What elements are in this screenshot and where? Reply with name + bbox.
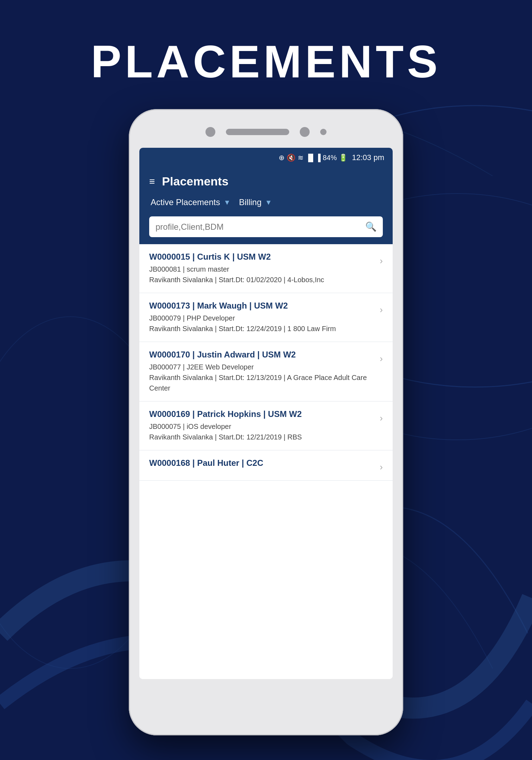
search-input[interactable] xyxy=(156,222,362,232)
placement-item-2[interactable]: W0000173 | Mark Waugh | USM W2 JB000079 … xyxy=(139,293,393,342)
app-header: ≡ Placements Active Placements ▼ Billing… xyxy=(139,167,393,244)
silent-icon: 🔇 xyxy=(287,153,296,162)
placement-item-2-title: W0000173 | Mark Waugh | USM W2 xyxy=(149,301,380,311)
phone-bottom-bar xyxy=(129,707,403,735)
status-time: 12:03 pm xyxy=(352,153,384,162)
placement-item-3-content: W0000170 | Justin Adward | USM W2 JB0000… xyxy=(149,350,380,393)
status-icons: ⊕ 🔇 ≋ ▐▌▐ 84% 🔋 xyxy=(279,153,348,162)
placement-item-2-content: W0000173 | Mark Waugh | USM W2 JB000079 … xyxy=(149,301,380,334)
header-title-row: ≡ Placements xyxy=(149,175,383,188)
placement-item-1[interactable]: W0000015 | Curtis K | USM W2 JB000081 | … xyxy=(139,244,393,293)
status-bar: ⊕ 🔇 ≋ ▐▌▐ 84% 🔋 12:03 pm xyxy=(139,148,393,167)
placement-item-4-chevron-icon: › xyxy=(380,413,383,424)
placement-item-2-sub1: JB000079 | PHP Developer xyxy=(149,313,380,323)
placement-item-5-chevron-icon: › xyxy=(380,462,383,473)
page-title: PLACEMENTS xyxy=(0,35,532,88)
placement-item-3[interactable]: W0000170 | Justin Adward | USM W2 JB0000… xyxy=(139,342,393,401)
placement-item-5-content: W0000168 | Paul Huter | C2C xyxy=(149,458,380,470)
app-title: Placements xyxy=(162,175,228,188)
search-bar[interactable]: 🔍 xyxy=(149,216,383,237)
placement-list: W0000015 | Curtis K | USM W2 JB000081 | … xyxy=(139,244,393,679)
placement-item-1-sub2: Ravikanth Sivalanka | Start.Dt: 01/02/20… xyxy=(149,274,380,285)
placement-item-3-sub2: Ravikanth Sivalanka | Start.Dt: 12/13/20… xyxy=(149,372,380,393)
placement-item-4-sub1: JB000075 | iOS developer xyxy=(149,421,380,432)
battery-icon: 🔋 xyxy=(339,153,348,162)
wifi-icon: ≋ xyxy=(298,153,304,162)
filter1-chevron-icon: ▼ xyxy=(223,198,230,207)
phone-frame: ⊕ 🔇 ≋ ▐▌▐ 84% 🔋 12:03 pm ≡ Placements Ac… xyxy=(129,109,403,735)
placement-item-3-chevron-icon: › xyxy=(380,353,383,364)
phone-speaker xyxy=(226,129,289,135)
placement-item-1-chevron-icon: › xyxy=(380,255,383,266)
active-placements-filter[interactable]: Active Placements ▼ xyxy=(149,195,232,209)
active-placements-label: Active Placements xyxy=(151,197,220,207)
search-icon: 🔍 xyxy=(365,221,376,232)
location-icon: ⊕ xyxy=(279,153,285,162)
phone-camera xyxy=(205,127,215,137)
placement-item-4-content: W0000169 | Patrick Hopkins | USM W2 JB00… xyxy=(149,409,380,442)
placement-item-5[interactable]: W0000168 | Paul Huter | C2C › xyxy=(139,450,393,481)
phone-screen: ⊕ 🔇 ≋ ▐▌▐ 84% 🔋 12:03 pm ≡ Placements Ac… xyxy=(139,148,393,679)
filters-row: Active Placements ▼ Billing ▼ xyxy=(149,195,383,209)
placement-item-4-title: W0000169 | Patrick Hopkins | USM W2 xyxy=(149,409,380,419)
placement-item-3-sub1: JB000077 | J2EE Web Developer xyxy=(149,362,380,372)
battery-indicator: 84% xyxy=(323,154,337,162)
phone-top-bar xyxy=(129,109,403,148)
placement-item-2-sub2: Ravikanth Sivalanka | Start.Dt: 12/24/20… xyxy=(149,323,380,334)
hamburger-menu-button[interactable]: ≡ xyxy=(149,176,155,187)
placement-item-4[interactable]: W0000169 | Patrick Hopkins | USM W2 JB00… xyxy=(139,401,393,450)
signal-icon: ▐▌▐ xyxy=(306,154,321,162)
filter2-chevron-icon: ▼ xyxy=(265,198,272,207)
billing-label: Billing xyxy=(239,197,261,207)
placement-item-4-sub2: Ravikanth Sivalanka | Start.Dt: 12/21/20… xyxy=(149,432,380,442)
phone-sensor xyxy=(320,129,327,135)
placement-item-5-title: W0000168 | Paul Huter | C2C xyxy=(149,458,380,468)
placement-item-1-content: W0000015 | Curtis K | USM W2 JB000081 | … xyxy=(149,252,380,285)
placement-item-1-sub1: JB000081 | scrum master xyxy=(149,264,380,274)
phone-camera-front xyxy=(300,127,310,137)
placement-item-2-chevron-icon: › xyxy=(380,304,383,315)
billing-filter[interactable]: Billing ▼ xyxy=(238,195,273,209)
placement-item-3-title: W0000170 | Justin Adward | USM W2 xyxy=(149,350,380,360)
placement-item-1-title: W0000015 | Curtis K | USM W2 xyxy=(149,252,380,262)
